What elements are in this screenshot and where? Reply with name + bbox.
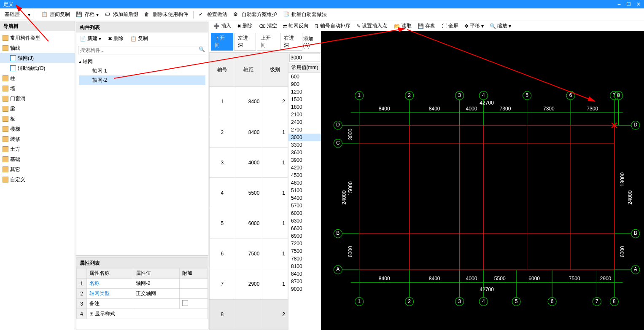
nav-stair[interactable]: 楼梯 [0,124,75,134]
copy-comp-button[interactable]: 📋复制 [129,34,150,43]
search-icon[interactable]: 🔍 [197,46,206,54]
axis-level[interactable]: 1 [262,208,288,239]
commonval-item[interactable]: 8100 [288,263,321,270]
commonval-item[interactable]: 4500 [288,172,321,179]
axis-dist[interactable] [235,299,262,330]
nav-wall[interactable]: 墙 [0,83,75,94]
axis-num[interactable]: 4 [210,178,235,208]
commonval-item[interactable]: 7800 [288,255,321,263]
axis-dist[interactable]: 7500 [235,239,262,269]
commonval-item[interactable]: 3600 [288,149,321,156]
commonval-item[interactable]: 9000 [288,285,321,293]
add-button[interactable]: 添加(A) [303,35,319,48]
search-input[interactable] [78,46,197,54]
axis-level[interactable]: 2 [262,86,288,117]
commonval-item[interactable]: 6300 [288,217,321,225]
tree-item-2[interactable]: 轴网-2 [79,75,205,85]
nav-common[interactable]: 常用构件类型 [0,33,75,43]
close-button[interactable]: ✕ [636,1,641,7]
commonval-item[interactable]: 2400 [288,118,321,126]
autosort-button[interactable]: ⇅轴号自动排序 [312,21,353,30]
axis-num[interactable]: 3 [210,148,235,178]
axis-dist[interactable]: 8400 [235,117,262,147]
reverse-button[interactable]: ⇄轴网反向 [280,21,311,30]
tab-left[interactable]: 左进深 [234,33,256,51]
prop-value[interactable] [133,299,180,309]
drawing-canvas[interactable]: 1234567884008400400073007300730042700123… [321,31,644,330]
commonval-item[interactable]: 6600 [288,225,321,232]
commonval-item[interactable]: 2100 [288,111,321,118]
tab-bottom[interactable]: 下开间 [211,33,233,51]
archive-button[interactable]: 💾存档▾ [73,10,101,19]
commonval-item[interactable]: 600 [288,73,321,80]
prop-value[interactable]: 正交轴网 [133,289,180,299]
prefix-button[interactable]: 🏷添加前后缀 [102,10,141,19]
layer-select[interactable]: 基础层▾ [2,10,33,19]
nav-auxaxis[interactable]: 辅助轴线(O) [0,63,75,73]
axis-level[interactable]: 2 [262,299,288,330]
axis-level[interactable]: 1 [262,117,288,147]
axis-num[interactable]: 8 [210,299,235,330]
nav-axis[interactable]: 轴线 [0,43,75,53]
commonval-item[interactable]: 3300 [288,141,321,149]
save2-button[interactable]: 💾存盘 [415,21,438,30]
del-unused-button[interactable]: 🗑删除未使用构件 [142,10,191,19]
nav-axisnet[interactable]: 轴网(J) [0,53,75,63]
commonval-item[interactable]: 5400 [288,194,321,202]
nav-decor[interactable]: 装修 [0,134,75,144]
axis-num[interactable]: 2 [210,117,235,147]
nav-found[interactable]: 基础 [0,154,75,164]
nav-custom[interactable]: 自定义 [0,174,75,185]
axis-level[interactable]: 1 [262,269,288,299]
axis-level[interactable]: 1 [262,178,288,208]
commonval-item[interactable]: 7200 [288,240,321,247]
axis-level[interactable]: 1 [262,148,288,178]
tab-top[interactable]: 上开间 [257,33,279,51]
commonval-item[interactable]: 3000 [288,134,321,141]
commonval-item[interactable]: 6000 [288,209,321,217]
new-button[interactable]: 📄新建▾ [78,34,103,43]
nav-col[interactable]: 柱 [0,73,75,83]
axis-dist[interactable]: 8400 [235,86,262,117]
zoom-button[interactable]: 🔍缩放▾ [487,21,514,30]
commonval-item[interactable]: 6900 [288,232,321,240]
minimize-button[interactable]: – [618,1,621,7]
pan-button[interactable]: ✥平移▾ [462,21,486,30]
axis-num[interactable]: 1 [210,86,235,117]
fullscreen-button[interactable]: ⛶全屏 [439,21,461,30]
autoprac-button[interactable]: ⚙自动套方案维护 [231,10,280,19]
axis-level[interactable]: 1 [262,239,288,269]
axis-num[interactable]: 6 [210,239,235,269]
nav-other[interactable]: 其它 [0,164,75,174]
axis-dist[interactable]: 5500 [235,178,262,208]
tab-right[interactable]: 右进深 [280,33,302,51]
nav-slab[interactable]: 板 [0,114,75,124]
commonval-item[interactable]: 4800 [288,179,321,187]
commonval-item[interactable]: 900 [288,80,321,88]
commonval-item[interactable]: 4200 [288,164,321,172]
del2-button[interactable]: ✖删除 [234,21,255,30]
checkbox[interactable] [182,300,188,306]
prop-value[interactable]: 轴网-2 [133,279,180,289]
setins-button[interactable]: ✎设置插入点 [354,21,390,30]
maximize-button[interactable]: ☐ [626,1,631,7]
commonval-item[interactable]: 1800 [288,103,321,111]
axis-num[interactable]: 5 [210,208,235,239]
expand-icon[interactable]: ⊞ [89,311,94,317]
axis-dist[interactable]: 2900 [235,269,262,299]
commonval-item[interactable]: 3900 [288,156,321,164]
commonval-item[interactable]: 2700 [288,126,321,134]
prop-style[interactable]: 显示样式 [95,311,115,317]
del-comp-button[interactable]: ✖删除 [106,34,125,43]
nav-earth[interactable]: 土方 [0,144,75,154]
commonval-item[interactable]: 1200 [288,88,321,96]
nav-beam[interactable]: 梁 [0,104,75,114]
commonval-item[interactable]: 8400 [288,270,321,278]
clear-button[interactable]: ⌫清空 [256,21,280,30]
insert-button[interactable]: ➕插入 [211,21,234,30]
axis-num[interactable]: 7 [210,269,235,299]
tree-item-1[interactable]: 轴网-1 [79,66,205,75]
commonval-item[interactable]: 7500 [288,247,321,255]
tree-root[interactable]: ▴ 轴网 [79,57,205,66]
check-button[interactable]: ✓检查做法 [196,10,230,19]
